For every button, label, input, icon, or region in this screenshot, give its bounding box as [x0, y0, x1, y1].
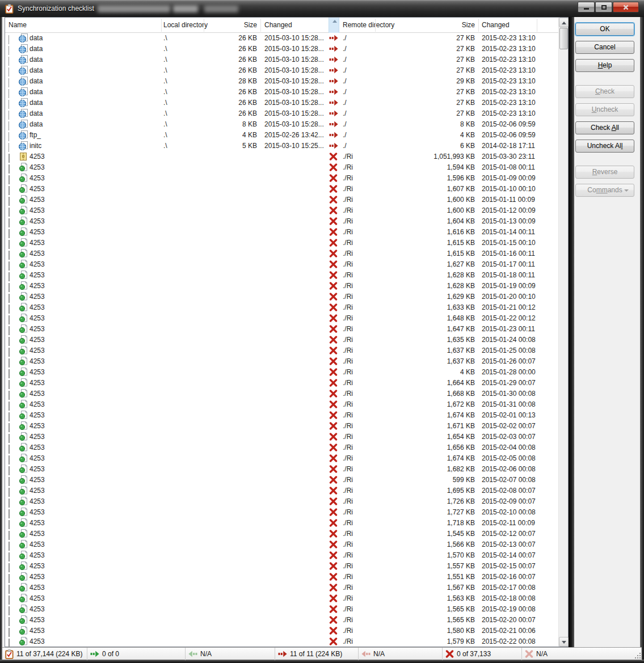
minimize-button[interactable] [578, 2, 595, 12]
remote-size: 27 KB [378, 33, 475, 44]
table-row[interactable]: 4253 ./Ri1,566 KB2015-02-13 00:07 [5, 539, 558, 550]
local-changed [264, 270, 328, 281]
table-row[interactable]: data.\26 KB2015-03-10 15:28... ./27 KB20… [5, 98, 558, 108]
table-row[interactable]: data.\26 KB2015-03-10 15:28... ./27 KB20… [5, 87, 558, 98]
table-row[interactable]: 4253 ./Ri1,580 KB2015-02-21 00:06 [5, 626, 558, 636]
table-row[interactable]: 4253 ./Ri1,604 KB2015-01-13 00:09 [5, 216, 558, 227]
table-row[interactable]: 4253 ./Ri1,695 KB2015-02-08 00:07 [5, 485, 558, 496]
remote-size: 1,570 KB [378, 550, 475, 561]
table-row[interactable]: 4253 ./Ri1,674 KB2015-02-05 00:08 [5, 453, 558, 464]
table-row[interactable]: 4253 ./Ri1,664 KB2015-01-29 00:07 [5, 378, 558, 388]
table-row[interactable]: 4253 ./Ri1,637 KB2015-01-26 00:07 [5, 356, 558, 367]
table-row[interactable]: 4253 ./Ri1,674 KB2015-02-01 00:13 [5, 410, 558, 421]
scroll-down-button[interactable] [559, 637, 569, 647]
table-row[interactable]: 4253 ./Ri1,051,993 KB2015-03-30 23:11 [5, 151, 558, 162]
local-directory [163, 399, 209, 410]
table-row[interactable]: 4253 ./Ri1,579 KB2015-02-22 00:08 [5, 636, 558, 647]
table-row[interactable]: 4253 ./Ri1,628 KB2015-01-19 00:09 [5, 281, 558, 292]
table-row[interactable]: 4253 ./Ri1,557 KB2015-02-15 00:07 [5, 561, 558, 572]
table-row[interactable]: 4253 ./Ri1,596 KB2015-01-09 00:09 [5, 173, 558, 184]
file-name: initc [30, 141, 47, 151]
table-row[interactable]: data.\26 KB2015-03-10 15:28... ./27 KB20… [5, 108, 558, 119]
column-header-local-directory[interactable]: Local directory [163, 18, 208, 33]
table-row[interactable]: 4253 ./Ri1,648 KB2015-01-22 00:12 [5, 313, 558, 324]
column-header-name[interactable]: Name [9, 18, 27, 33]
scroll-up-button[interactable] [559, 18, 569, 27]
table-row[interactable]: 4253 ./Ri1,627 KB2015-01-17 00:11 [5, 259, 558, 270]
titlebar[interactable]: Synchronization checklist [0, 0, 644, 17]
table-row[interactable]: data.\26 KB2015-03-10 15:28... ./27 KB20… [5, 65, 558, 76]
table-row[interactable]: 4253 ./Ri1,567 KB2015-02-17 00:08 [5, 582, 558, 593]
check-all-button[interactable]: Check All [575, 121, 634, 134]
table-row[interactable]: 4253 ./Ri1,615 KB2015-01-16 00:11 [5, 248, 558, 259]
table-row[interactable]: 4253 ./Ri1,616 KB2015-01-14 00:11 [5, 227, 558, 238]
column-header-action-sorted[interactable] [329, 18, 339, 33]
table-row[interactable]: data.\28 KB2015-03-10 15:28... ./29 KB20… [5, 76, 558, 87]
local-directory [163, 496, 209, 507]
remote-directory: ./Ri [343, 421, 378, 432]
table-row[interactable]: 4253 ./Ri1,654 KB2015-02-03 00:07 [5, 432, 558, 442]
table-row[interactable]: 4253 ./Ri1,633 KB2015-01-21 00:12 [5, 302, 558, 313]
table-row[interactable]: 4253 ./Ri1,565 KB2015-02-20 00:07 [5, 615, 558, 626]
table-row[interactable]: ftp_.\4 KB2015-02-26 13:42... ./4 KB2015… [5, 130, 558, 141]
ok-button[interactable]: OK [575, 23, 634, 36]
table-row[interactable]: 4253 ./Ri1,671 KB2015-02-02 00:07 [5, 421, 558, 432]
table-row[interactable]: 4253 ./Ri1,647 KB2015-01-23 00:11 [5, 324, 558, 335]
table-row[interactable]: 4253 ./Ri1,672 KB2015-01-31 00:08 [5, 399, 558, 410]
file-name: 4253 [30, 593, 47, 604]
close-button[interactable] [613, 2, 639, 12]
table-row[interactable]: data.\26 KB2015-03-10 15:28... ./27 KB20… [5, 54, 558, 65]
vertical-scrollbar[interactable] [558, 18, 568, 647]
local-directory: .\ [163, 141, 209, 151]
table-row[interactable]: 4253 ./Ri1,628 KB2015-01-18 00:11 [5, 270, 558, 281]
table-row[interactable]: 4253 ./Ri1,551 KB2015-02-16 00:07 [5, 572, 558, 582]
table-row[interactable]: 4253 ./Ri1,727 KB2015-02-10 00:08 [5, 507, 558, 518]
table-row[interactable]: 4253 ./Ri1,563 KB2015-02-18 00:08 [5, 593, 558, 604]
column-header-local-size[interactable]: Size [207, 18, 257, 33]
scrollbar-thumb[interactable] [559, 28, 568, 49]
table-row[interactable]: 4253 ./Ri1,600 KB2015-01-11 00:09 [5, 195, 558, 205]
delete-x-icon [329, 153, 338, 161]
column-header-remote-size[interactable]: Size [378, 18, 475, 33]
uncheck-all-button[interactable]: Uncheck All [575, 140, 634, 153]
table-row[interactable]: 4253 ./Ri1,718 KB2015-02-11 00:09 [5, 518, 558, 529]
table-row[interactable]: data.\26 KB2015-03-10 15:28... ./27 KB20… [5, 33, 558, 44]
table-row[interactable]: 4253 ./Ri1,637 KB2015-01-25 00:08 [5, 345, 558, 356]
remote-changed: 2015-01-31 00:08 [482, 399, 544, 410]
table-row[interactable]: 4253 ./Ri1,726 KB2015-02-09 00:07 [5, 496, 558, 507]
table-row[interactable]: 4253 ./Ri599 KB2015-02-07 00:08 [5, 475, 558, 485]
table-row[interactable]: 4253 ./Ri1,565 KB2015-02-19 00:08 [5, 604, 558, 615]
green-file-icon [19, 281, 28, 290]
green-file-icon [19, 195, 28, 204]
local-directory: .\ [163, 54, 209, 65]
maximize-button[interactable] [595, 2, 612, 12]
resize-grip[interactable] [634, 652, 641, 658]
table-row[interactable]: 4253 ./Ri1,635 KB2015-01-24 00:08 [5, 335, 558, 345]
table-row[interactable]: 4253 ./Ri1,615 KB2015-01-15 00:10 [5, 238, 558, 248]
help-button[interactable]: Help [575, 59, 634, 72]
table-row[interactable]: 4253 ./Ri1,600 KB2015-01-12 00:09 [5, 205, 558, 216]
delete-x-icon [329, 336, 338, 344]
table-row[interactable]: 4253 ./Ri1,656 KB2015-02-04 00:08 [5, 442, 558, 453]
column-header-local-changed[interactable]: Changed [264, 18, 292, 33]
table-row[interactable]: 4253 ./Ri4 KB2015-01-28 00:00 [5, 367, 558, 378]
local-directory [163, 475, 209, 485]
table-row[interactable]: 4253 ./Ri1,570 KB2015-02-14 00:07 [5, 550, 558, 561]
table-row[interactable]: 4253 ./Ri1,607 KB2015-01-10 00:10 [5, 184, 558, 195]
cancel-button[interactable]: Cancel [575, 41, 634, 54]
table-row[interactable]: 4253 ./Ri1,545 KB2015-02-12 00:07 [5, 529, 558, 539]
table-row[interactable]: 4253 ./Ri1,594 KB2015-01-08 00:11 [5, 162, 558, 173]
column-header-remote-changed[interactable]: Changed [482, 18, 510, 33]
table-row[interactable]: 4253 ./Ri1,629 KB2015-01-20 00:10 [5, 292, 558, 302]
arrow-up-icon [562, 22, 566, 24]
table-row[interactable]: data.\8 KB2015-03-10 15:28... ./8 KB2015… [5, 119, 558, 130]
table-row[interactable]: initc.\5 KB2015-03-10 15:25... ./6 KB201… [5, 141, 558, 151]
chevron-down-icon [624, 189, 629, 192]
remote-directory: ./Ri [343, 604, 378, 615]
remote-size: 4 KB [378, 130, 475, 141]
remote-changed: 2015-01-17 00:11 [482, 259, 544, 270]
table-row[interactable]: 4253 ./Ri1,668 KB2015-01-30 00:08 [5, 388, 558, 399]
table-row[interactable]: 4253 ./Ri1,682 KB2015-02-06 00:08 [5, 464, 558, 475]
local-changed [264, 292, 328, 302]
table-row[interactable]: data.\26 KB2015-03-10 15:28... ./27 KB20… [5, 44, 558, 54]
